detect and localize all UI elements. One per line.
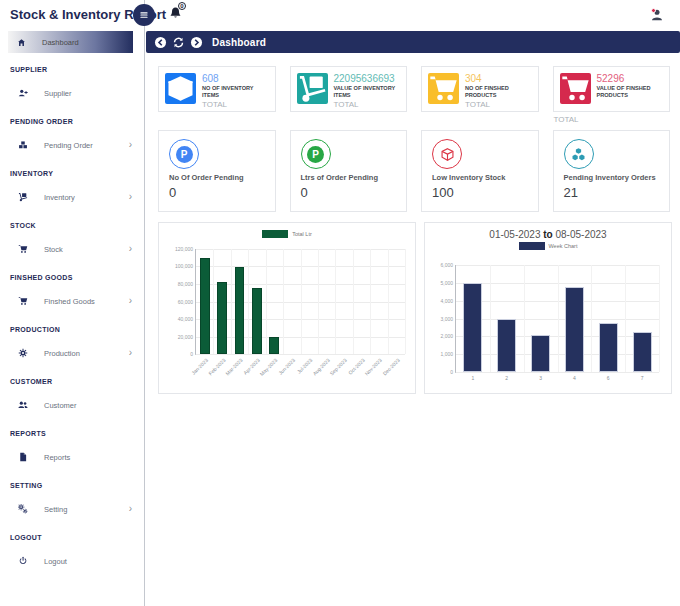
sidebar-item-reports[interactable]: Reports <box>0 446 144 468</box>
charts-row: Total Ltr 120,000100,00080,00060,00040,0… <box>158 222 672 394</box>
stat-sub: TOTAL <box>554 115 579 124</box>
file-icon <box>18 452 28 462</box>
back-button[interactable] <box>154 36 167 49</box>
pending-circle-icon: P <box>169 139 199 169</box>
gridline <box>213 249 214 354</box>
stat-card: 52296VALUE OF FINSHED PRODUCTSTOTAL <box>553 66 671 112</box>
gridline <box>456 372 659 373</box>
chart-title-start: 01-05-2023 <box>489 229 540 240</box>
dashboard-page: Stock & Inventory Report 0 Dashboard SUP… <box>0 0 680 606</box>
chart-bar <box>531 335 550 372</box>
x-axis-tick: Jan-2023 <box>190 357 209 376</box>
p-letter-icon: P <box>307 146 324 163</box>
gridline <box>388 249 389 354</box>
sidebar-item-label: Stock <box>44 245 63 254</box>
x-axis-tick: 2 <box>505 375 508 381</box>
chart-bar <box>463 283 482 372</box>
dolly-icon <box>18 192 28 202</box>
sidebar-item-dashboard[interactable]: Dashboard <box>8 31 133 53</box>
sidebar-section-header: LOGOUT <box>0 525 144 550</box>
forward-button[interactable] <box>190 36 203 49</box>
sidebar-item-inventory[interactable]: Inventory› <box>0 186 144 208</box>
chart-bar <box>200 258 210 354</box>
sidebar-item-label: Setting <box>44 505 67 514</box>
stat-sub: TOTAL <box>334 100 401 109</box>
y-axis-tick: 120,000 <box>175 246 193 252</box>
stat-cards-row: 608NO OF INVENTORY ITEMSTOTAL22095636693… <box>158 66 670 112</box>
chart-bar <box>599 323 618 372</box>
y-axis-tick: 2,000 <box>440 333 453 339</box>
stat-card: 304NO OF FINSHED PRODUCTSTOTAL <box>421 66 539 112</box>
y-axis-tick: 80,000 <box>178 281 193 287</box>
cube-outline-icon <box>440 147 455 162</box>
sidebar-section-header: CUSTOMER <box>0 369 144 394</box>
sidebar-section-header: SUPPLIER <box>0 57 144 82</box>
sidebar: Dashboard SUPPLIERSupplierPENDING ORDERP… <box>0 0 145 606</box>
sidebar-section: LOGOUTLogout <box>0 525 144 572</box>
gridline <box>231 249 232 354</box>
stat-label: VALUE OF FINSHED PRODUCTS <box>597 85 653 98</box>
monthly-chart-card: Total Ltr 120,000100,00080,00060,00040,0… <box>158 222 416 394</box>
users-icon <box>18 400 28 410</box>
sidebar-section-header: PRODUCTION <box>0 317 144 342</box>
summary-card-label: Ltrs of Order Pending <box>301 174 397 183</box>
stat-value: 608 <box>202 73 269 84</box>
sidebar-item-label: Finshed Goods <box>44 297 95 306</box>
gridline <box>524 265 525 372</box>
weekly-chart-card: 01-05-2023 to 08-05-2023 Week Chart 6,00… <box>424 222 672 394</box>
pending-circle-icon: P <box>301 139 331 169</box>
sidebar-section: INVENTORYInventory› <box>0 161 144 208</box>
cubes-icon <box>564 139 594 169</box>
summary-card-label: No Of Order Pending <box>169 174 265 183</box>
stat-label: NO OF INVENTORY ITEMS <box>202 85 269 98</box>
sidebar-item-pending-order[interactable]: Pending Order› <box>0 134 144 156</box>
chart-bar <box>217 282 227 354</box>
user-menu-button[interactable] <box>650 8 664 22</box>
cogs-icon <box>18 504 28 514</box>
cart-icon <box>18 244 28 254</box>
sidebar-toggle-button[interactable] <box>133 4 155 26</box>
cubes-icon <box>571 147 586 162</box>
summary-card: PLtrs of Order Pending0 <box>290 130 408 212</box>
stat-label: NO OF FINSHED PRODUCTS <box>465 85 532 98</box>
sidebar-item-label: Logout <box>44 557 67 566</box>
y-axis-tick: 100,000 <box>175 263 193 269</box>
sidebar-section: PRODUCTIONProduction› <box>0 317 144 364</box>
chevron-right-icon: › <box>129 348 132 358</box>
sidebar-section: STOCKStock› <box>0 213 144 260</box>
stat-value: 52296 <box>597 73 653 84</box>
box-icon <box>165 73 196 104</box>
y-axis-tick: 60,000 <box>178 299 193 305</box>
summary-card-value: 0 <box>169 185 265 200</box>
legend-swatch <box>519 242 545 250</box>
sidebar-item-customer[interactable]: Customer <box>0 394 144 416</box>
chart-title: 01-05-2023 to 08-05-2023 <box>425 229 671 240</box>
gridline <box>591 265 592 372</box>
chevron-right-icon: › <box>129 296 132 306</box>
sidebar-section-header: SETTING <box>0 473 144 498</box>
sidebar-item-supplier[interactable]: Supplier <box>0 82 144 104</box>
sidebar-item-setting[interactable]: Setting› <box>0 498 144 520</box>
chart-bar <box>565 287 584 372</box>
y-axis-tick: 5,000 <box>440 280 453 286</box>
notifications-button[interactable]: 0 <box>168 6 183 21</box>
sidebar-item-logout[interactable]: Logout <box>0 550 144 572</box>
refresh-button[interactable] <box>172 36 185 49</box>
sidebar-item-label: Reports <box>44 453 70 462</box>
sidebar-item-stock[interactable]: Stock› <box>0 238 144 260</box>
legend-swatch <box>262 230 288 238</box>
cog-icon <box>18 348 28 358</box>
sidebar-item-finshed-goods[interactable]: Finshed Goods› <box>0 290 144 312</box>
chart-bar <box>269 337 279 354</box>
y-axis-tick: 0 <box>450 369 453 375</box>
x-axis-tick: Dec-2023 <box>381 357 401 377</box>
gridline <box>335 249 336 354</box>
sidebar-item-label: Inventory <box>44 193 75 202</box>
stat-card: 22095636693VALUE OF INVENTORY ITEMSTOTAL <box>290 66 408 112</box>
stat-text: 52296VALUE OF FINSHED PRODUCTSTOTAL <box>597 73 653 98</box>
summary-card: PNo Of Order Pending0 <box>158 130 276 212</box>
sidebar-item-production[interactable]: Production› <box>0 342 144 364</box>
summary-cards-row: PNo Of Order Pending0PLtrs of Order Pend… <box>158 130 670 212</box>
gridline <box>196 354 405 355</box>
y-axis-tick: 3,000 <box>440 316 453 322</box>
